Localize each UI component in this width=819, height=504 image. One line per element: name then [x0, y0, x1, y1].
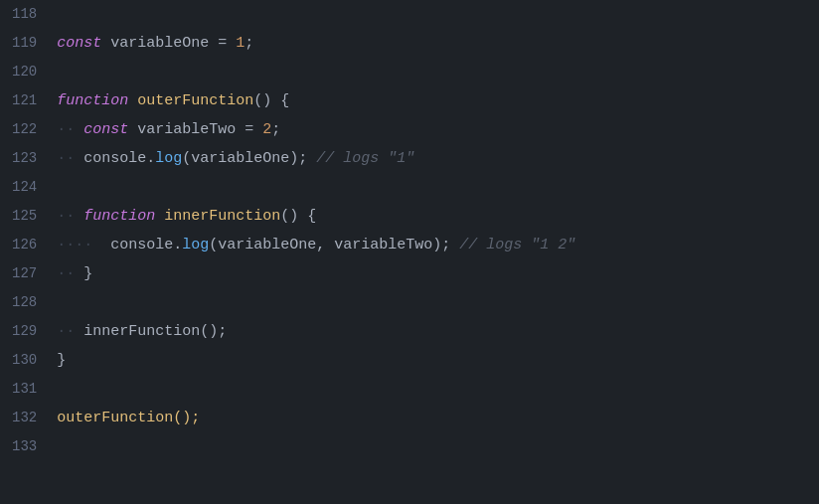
line-code: outerFunction(); [57, 404, 200, 432]
line-number: 119 [0, 29, 57, 58]
line-row: 131 [0, 375, 819, 404]
line-code: ·· innerFunction(); [57, 317, 227, 346]
line-number: 121 [0, 86, 57, 115]
line-code: ·· } [57, 259, 92, 288]
line-row: 132outerFunction(); [0, 404, 819, 432]
line-row: 121function outerFunction() { [0, 86, 819, 115]
code-lines: 118119const variableOne = 1;120121functi… [0, 0, 819, 504]
line-number: 122 [0, 115, 57, 144]
line-number: 125 [0, 202, 57, 231]
line-code: ·· function innerFunction() { [57, 202, 316, 231]
line-row: 125·· function innerFunction() { [0, 202, 819, 231]
line-number: 126 [0, 231, 57, 259]
line-number: 120 [0, 58, 57, 86]
line-code: } [57, 346, 66, 375]
line-row: 129·· innerFunction(); [0, 317, 819, 346]
line-row: 126···· console.log(variableOne, variabl… [0, 231, 819, 259]
line-number: 127 [0, 259, 57, 288]
line-row: 124 [0, 173, 819, 202]
line-row: 122·· const variableTwo = 2; [0, 115, 819, 144]
line-code: function outerFunction() { [57, 86, 289, 115]
line-number: 130 [0, 346, 57, 375]
line-number: 118 [0, 0, 57, 29]
line-row: 118 [0, 0, 819, 29]
line-number: 123 [0, 144, 57, 173]
line-number: 131 [0, 375, 57, 404]
line-code: const variableOne = 1; [57, 29, 253, 58]
line-row: 128 [0, 288, 819, 317]
line-number: 133 [0, 432, 57, 461]
line-code: ···· console.log(variableOne, variableTw… [57, 231, 575, 259]
line-code: ·· const variableTwo = 2; [57, 115, 280, 144]
line-row: 119const variableOne = 1; [0, 29, 819, 58]
line-number: 129 [0, 317, 57, 346]
line-number: 128 [0, 288, 57, 317]
line-number: 124 [0, 173, 57, 202]
line-code: ·· console.log(variableOne); // logs "1" [57, 144, 414, 173]
line-row: 120 [0, 58, 819, 86]
line-row: 127·· } [0, 259, 819, 288]
line-row: 123·· console.log(variableOne); // logs … [0, 144, 819, 173]
code-editor: 118119const variableOne = 1;120121functi… [0, 0, 819, 504]
line-row: 130} [0, 346, 819, 375]
line-number: 132 [0, 404, 57, 432]
line-row: 133 [0, 432, 819, 461]
